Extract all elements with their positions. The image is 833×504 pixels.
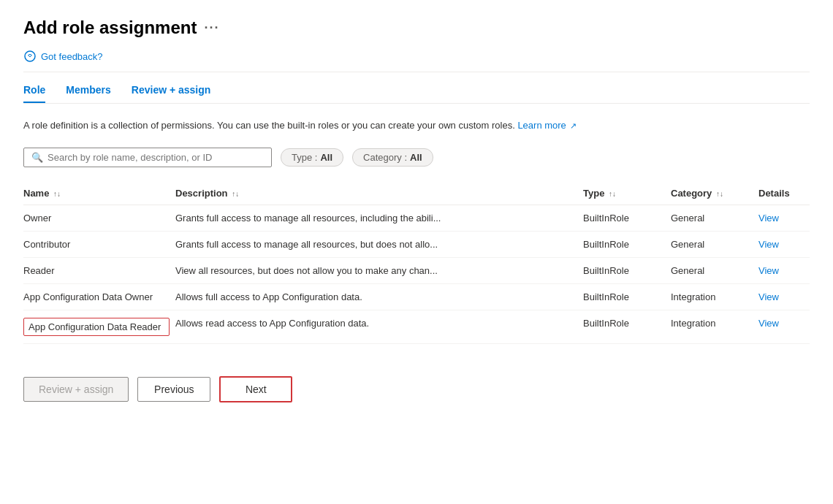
sort-icon-description[interactable]: ↑↓ — [232, 190, 239, 198]
role-category-cell: Integration — [671, 310, 758, 343]
search-icon: 🔍 — [31, 152, 43, 163]
next-button[interactable]: Next — [219, 376, 292, 402]
col-header-category: Category ↑↓ — [671, 182, 758, 205]
tab-role[interactable]: Role — [23, 84, 45, 103]
search-box[interactable]: 🔍 — [23, 148, 272, 167]
tabs-container: Role Members Review + assign — [23, 84, 810, 104]
table-row[interactable]: ContributorGrants full access to manage … — [23, 231, 810, 257]
divider — [23, 72, 810, 72]
role-category-cell: General — [671, 257, 758, 283]
role-details-cell[interactable]: View — [758, 257, 810, 283]
role-description-cell: Grants full access to manage all resourc… — [175, 231, 583, 257]
role-description-cell: Allows full access to App Configuration … — [175, 283, 583, 310]
selected-role-name: App Configuration Data Reader — [23, 318, 170, 336]
role-details-cell[interactable]: View — [758, 310, 810, 343]
role-type-cell: BuiltInRole — [583, 231, 671, 257]
previous-button[interactable]: Previous — [137, 377, 210, 402]
sort-icon-category[interactable]: ↑↓ — [716, 190, 723, 198]
role-description-cell: View all resources, but does not allow y… — [175, 257, 583, 283]
role-name-cell[interactable]: App Configuration Data Reader — [23, 310, 175, 343]
type-filter-label: Type : — [292, 152, 317, 163]
table-row[interactable]: App Configuration Data OwnerAllows full … — [23, 283, 810, 310]
role-description-cell: Grants full access to manage all resourc… — [175, 205, 583, 231]
role-type-cell: BuiltInRole — [583, 257, 671, 283]
role-category-cell: General — [671, 205, 758, 231]
footer: Review + assign Previous Next — [23, 364, 810, 402]
filter-row: 🔍 Type : All Category : All — [23, 148, 810, 167]
col-header-name: Name ↑↓ — [23, 182, 175, 205]
role-details-cell[interactable]: View — [758, 205, 810, 231]
type-filter-value: All — [320, 152, 332, 163]
role-type-cell: BuiltInRole — [583, 310, 671, 343]
role-type-cell: BuiltInRole — [583, 283, 671, 310]
feedback-label: Got feedback? — [41, 51, 103, 62]
view-link[interactable]: View — [758, 239, 779, 250]
description-text: A role definition is a collection of per… — [23, 118, 810, 133]
sort-icon-name[interactable]: ↑↓ — [53, 190, 61, 198]
view-link[interactable]: View — [758, 265, 779, 276]
page-title: Add role assignment ··· — [23, 18, 810, 38]
role-name-cell[interactable]: Reader — [23, 257, 175, 283]
category-filter-pill[interactable]: Category : All — [352, 148, 433, 167]
feedback-bar[interactable]: Got feedback? — [23, 50, 810, 63]
search-input[interactable] — [47, 152, 264, 163]
category-filter-label: Category : — [363, 152, 407, 163]
role-category-cell: Integration — [671, 283, 758, 310]
review-assign-button[interactable]: Review + assign — [23, 377, 129, 402]
col-header-details: Details — [758, 182, 810, 205]
role-details-cell[interactable]: View — [758, 283, 810, 310]
role-details-cell[interactable]: View — [758, 231, 810, 257]
col-header-type: Type ↑↓ — [583, 182, 671, 205]
role-name-cell[interactable]: Owner — [23, 205, 175, 231]
role-type-cell: BuiltInRole — [583, 205, 671, 231]
table-row[interactable]: OwnerGrants full access to manage all re… — [23, 205, 810, 231]
role-name-cell[interactable]: Contributor — [23, 231, 175, 257]
ellipsis-menu-button[interactable]: ··· — [204, 20, 219, 36]
table-row[interactable]: App Configuration Data ReaderAllows read… — [23, 310, 810, 343]
role-name-cell[interactable]: App Configuration Data Owner — [23, 283, 175, 310]
tab-members[interactable]: Members — [66, 84, 110, 103]
roles-table: Name ↑↓ Description ↑↓ Type ↑↓ Category … — [23, 182, 810, 344]
svg-point-0 — [25, 51, 35, 61]
external-link-icon: ↗ — [570, 121, 577, 130]
role-description-cell: Allows read access to App Configuration … — [175, 310, 583, 343]
table-row[interactable]: ReaderView all resources, but does not a… — [23, 257, 810, 283]
view-link[interactable]: View — [758, 291, 779, 302]
view-link[interactable]: View — [758, 213, 779, 224]
category-filter-value: All — [410, 152, 422, 163]
type-filter-pill[interactable]: Type : All — [281, 148, 343, 167]
tab-review-assign[interactable]: Review + assign — [132, 84, 211, 103]
role-category-cell: General — [671, 231, 758, 257]
learn-more-link[interactable]: Learn more ↗ — [517, 120, 577, 131]
view-link[interactable]: View — [758, 318, 779, 329]
col-header-description: Description ↑↓ — [175, 182, 583, 205]
sort-icon-type[interactable]: ↑↓ — [609, 190, 616, 198]
feedback-icon — [23, 50, 37, 63]
